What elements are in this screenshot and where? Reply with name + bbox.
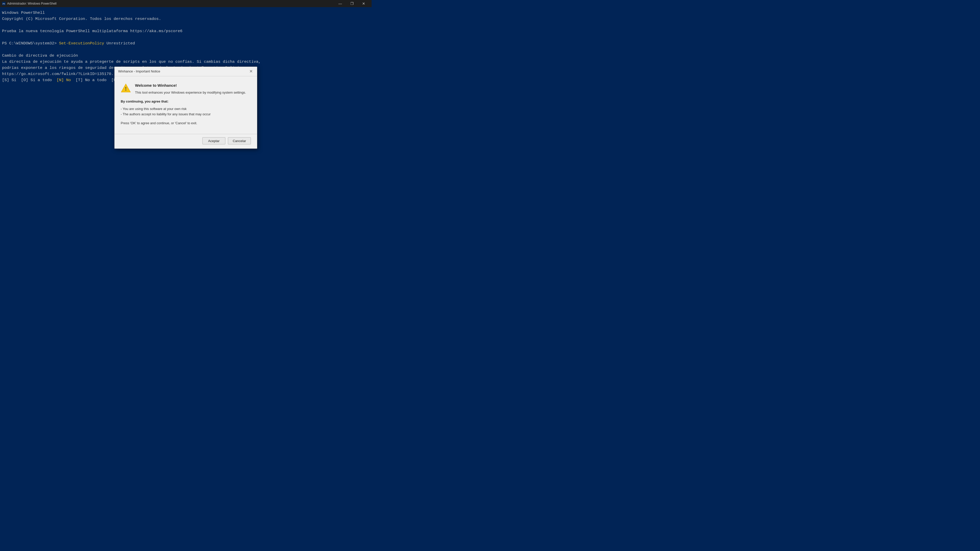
- dialog-window: Winhance - Important Notice ✕ ! Welcome …: [115, 67, 257, 149]
- dialog-title: Winhance - Important Notice: [118, 69, 160, 74]
- dialog-intro: Welcome to Winhance! This tool enhances …: [135, 83, 246, 95]
- dialog-ok-button[interactable]: Aceptar: [202, 137, 225, 144]
- dialog-press-text: Press 'OK' to agree and continue, or 'Ca…: [121, 121, 251, 126]
- warning-icon: !: [121, 83, 131, 93]
- dialog-agree-label: By continuing, you agree that:: [121, 99, 251, 104]
- dialog-bullet-2: - The authors accept no liability for an…: [121, 112, 251, 117]
- titlebar: PS Administrador: Windows PowerShell — ❐…: [0, 0, 372, 7]
- dialog-cancel-button[interactable]: Cancelar: [228, 137, 251, 144]
- dialog-content: By continuing, you agree that: - You are…: [121, 99, 251, 126]
- dialog-header-row: ! Welcome to Winhance! This tool enhance…: [121, 83, 251, 95]
- dialog-bullet-1: - You are using this software at your ow…: [121, 106, 251, 112]
- dialog-titlebar: Winhance - Important Notice ✕: [115, 67, 257, 76]
- dialog-welcome-heading: Welcome to Winhance!: [135, 83, 246, 88]
- dialog-buttons: Aceptar Cancelar: [115, 137, 257, 148]
- titlebar-controls: — ❐ ✕: [334, 0, 369, 7]
- powershell-icon: PS: [2, 2, 6, 5]
- maximize-button[interactable]: ❐: [346, 0, 358, 7]
- dialog-bullets: - You are using this software at your ow…: [121, 106, 251, 117]
- svg-text:!: !: [125, 86, 127, 92]
- titlebar-title: Administrador: Windows PowerShell: [7, 2, 56, 5]
- dialog-close-button[interactable]: ✕: [248, 69, 253, 74]
- dialog-separator: [115, 134, 257, 134]
- titlebar-left: PS Administrador: Windows PowerShell: [2, 2, 56, 5]
- dialog-description: This tool enhances your Windows experien…: [135, 90, 246, 95]
- minimize-button[interactable]: —: [334, 0, 346, 7]
- dialog-body: ! Welcome to Winhance! This tool enhance…: [115, 76, 257, 130]
- close-button[interactable]: ✕: [358, 0, 369, 7]
- terminal-area: Windows PowerShell Copyright (C) Microso…: [0, 7, 372, 208]
- dialog-overlay: Winhance - Important Notice ✕ ! Welcome …: [0, 7, 372, 208]
- svg-text:PS: PS: [3, 3, 5, 5]
